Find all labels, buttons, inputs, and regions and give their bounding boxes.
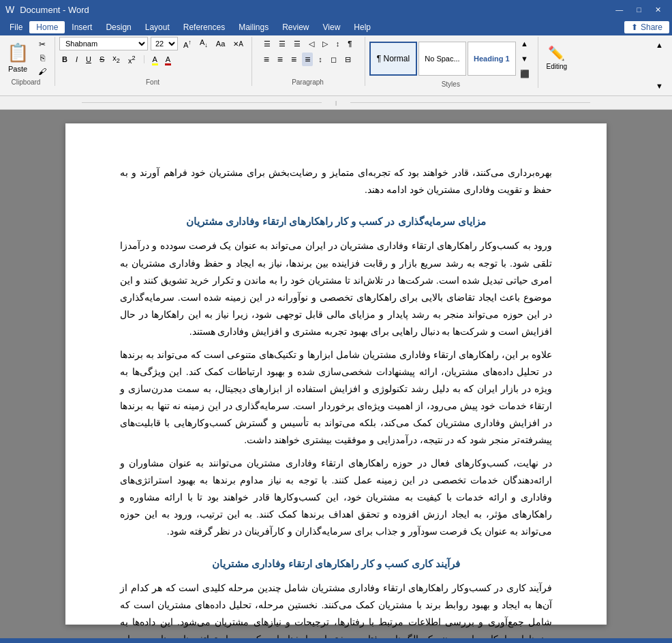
show-marks-button[interactable]: ¶ <box>345 37 354 50</box>
align-right-button[interactable]: ≡ <box>288 53 299 66</box>
share-icon: ⬆ <box>631 23 638 32</box>
format-painter-button[interactable]: 🖌 <box>35 65 49 78</box>
paragraph-label: Paragraph <box>292 78 324 86</box>
style-no-spacing-text: No Spac... <box>425 55 460 63</box>
styles-label: Styles <box>442 80 460 88</box>
paragraph-4: در نهایت، کسب‌وکارهای فعال در حوزه راهکا… <box>120 455 552 541</box>
bullets-button[interactable]: ☰ <box>261 37 273 50</box>
app-icon: W <box>5 4 14 15</box>
menu-insert[interactable]: Insert <box>65 21 99 33</box>
paragraph-group: ☰ ☰ ☰ ◁ ▷ ↕ ¶ ≡ ≡ ≡ ≡ ↕ ◻ ⊟ Pa <box>256 37 365 86</box>
menu-bar: File Home Insert Design Layout Reference… <box>0 19 672 35</box>
style-no-spacing[interactable]: No Spac... <box>418 42 466 76</box>
zoom-in-button[interactable]: + <box>639 641 645 644</box>
ruler: | <box>0 96 672 110</box>
increase-indent-button[interactable]: ▷ <box>320 37 331 50</box>
paragraph-1: بهره‌برداری می‌کنند، قادر خواهند بود که … <box>120 164 552 198</box>
cut-button[interactable]: ✂ <box>35 38 49 50</box>
share-button[interactable]: ⬆ Share <box>624 21 669 33</box>
style-normal-text: ¶ Normal <box>376 54 410 63</box>
change-case-button[interactable]: Aa <box>213 37 228 50</box>
paragraph-3: علاوه بر این، راهکارهای ارتقاء وفاداری م… <box>120 346 552 449</box>
clipboard-controls: 📋 Paste ✂ ⎘ 🖌 <box>3 37 49 78</box>
editing-group: ✏️ Editing <box>543 37 572 73</box>
font-label: Font <box>146 78 159 86</box>
minimize-button[interactable]: — <box>610 4 628 16</box>
italic-button[interactable]: I <box>73 53 80 66</box>
editing-button[interactable]: ✏️ Editing <box>547 45 568 70</box>
editing-label: Editing <box>547 63 568 70</box>
font-size-select[interactable]: 22 <box>151 37 178 50</box>
copy-button[interactable]: ⎘ <box>35 52 49 64</box>
font-group: Shabnam 22 A↑ A↓ Aa ✕A B I U S x2 x2 <box>59 37 252 86</box>
menu-design[interactable]: Design <box>99 21 138 33</box>
align-center-button[interactable]: ≡ <box>275 53 286 66</box>
numbering-button[interactable]: ☰ <box>276 37 288 50</box>
font-row-2: B I U S x2 x2 A A <box>59 53 246 66</box>
style-heading1[interactable]: Heading 1 <box>468 42 516 76</box>
share-label: Share <box>641 23 662 32</box>
decrease-indent-button[interactable]: ◁ <box>306 37 317 50</box>
close-button[interactable]: ✕ <box>650 4 667 16</box>
document-container[interactable]: بهره‌برداری می‌کنند، قادر خواهند بود که … <box>0 110 672 638</box>
menu-help[interactable]: Help <box>347 21 378 33</box>
menu-home[interactable]: Home <box>29 21 65 33</box>
style-heading1-text: Heading 1 <box>474 55 510 63</box>
text-highlight-button[interactable]: A <box>150 53 160 66</box>
clipboard-group: 📋 Paste ✂ ⎘ 🖌 Clipboard <box>3 37 55 86</box>
line-spacing-button[interactable]: ↕ <box>316 53 325 66</box>
styles-expand[interactable]: ⬛ <box>517 67 532 80</box>
align-left-button[interactable]: ≡ <box>261 53 272 66</box>
multilevel-list-button[interactable]: ☰ <box>291 37 303 50</box>
zoom-out-button[interactable]: − <box>574 641 579 644</box>
strikethrough-button[interactable]: S <box>97 53 107 66</box>
title-bar-controls: — □ ✕ <box>610 4 667 16</box>
maximize-button[interactable]: □ <box>631 4 647 16</box>
styles-gallery: ¶ Normal No Spac... Heading 1 <box>369 42 516 76</box>
clipboard-label: Clipboard <box>12 78 41 86</box>
para-row-2: ≡ ≡ ≡ ≡ ↕ ◻ ⊟ <box>261 53 355 66</box>
menu-mailings[interactable]: Mailings <box>232 21 275 33</box>
paste-label: Paste <box>8 65 27 73</box>
borders-button[interactable]: ⊟ <box>342 53 354 66</box>
ribbon-scroll-up[interactable]: ▲ <box>651 38 668 52</box>
zoom-controls: − + 110% <box>574 641 667 644</box>
title-bar-title: Document - Word <box>20 5 89 15</box>
superscript-button[interactable]: x2 <box>125 53 138 66</box>
shading-button[interactable]: ◻ <box>328 53 339 66</box>
font-grow-button[interactable]: A↑ <box>181 37 194 50</box>
paragraph-2: ورود به کسب‌وکار راهکارهای ارتقاء وفادار… <box>120 237 552 340</box>
menu-file[interactable]: File <box>3 21 29 33</box>
title-bar-left: W Document - Word <box>5 4 89 15</box>
clear-format-button[interactable]: ✕A <box>230 37 246 50</box>
ribbon-scroll-controls: ▲ ▼ <box>650 37 669 94</box>
para-row-1: ☰ ☰ ☰ ◁ ▷ ↕ ¶ <box>261 37 355 50</box>
paste-button[interactable]: 📋 Paste <box>3 40 33 76</box>
clipboard-secondary: ✂ ⎘ 🖌 <box>35 38 49 78</box>
heading-2: فرآیند کاری کسب و کار راهکارهای ارتقاء و… <box>120 554 552 573</box>
paste-icon: 📋 <box>7 42 29 63</box>
font-name-select[interactable]: Shabnam <box>59 37 148 50</box>
styles-scroll: ▲ ▼ ⬛ <box>517 37 532 80</box>
styles-scroll-down[interactable]: ▼ <box>517 52 532 65</box>
font-shrink-button[interactable]: A↓ <box>197 37 211 50</box>
cut-icon: ✂ <box>39 40 46 49</box>
ribbon-collapse[interactable]: ▼ <box>651 79 668 93</box>
heading-1: مزایای سرمایه‌گذاری در کسب و کار راهکاره… <box>120 212 552 230</box>
copy-icon: ⎘ <box>40 53 45 63</box>
justify-button[interactable]: ≡ <box>302 53 313 66</box>
bold-button[interactable]: B <box>59 53 70 66</box>
status-bar-right: Focus − + 110% <box>545 641 667 644</box>
underline-button[interactable]: U <box>83 53 94 66</box>
menu-view[interactable]: View <box>316 21 348 33</box>
paragraph-5: فرآیند کاری در کسب‌وکار راهکارهای ارتقاء… <box>120 580 552 638</box>
menu-references[interactable]: References <box>177 21 232 33</box>
format-painter-icon: 🖌 <box>38 67 46 76</box>
subscript-button[interactable]: x2 <box>110 53 123 66</box>
styles-scroll-up[interactable]: ▲ <box>517 37 532 50</box>
menu-review[interactable]: Review <box>275 21 316 33</box>
font-color-button[interactable]: A <box>163 53 173 66</box>
menu-layout[interactable]: Layout <box>138 21 177 33</box>
style-normal[interactable]: ¶ Normal <box>369 42 417 76</box>
sort-button[interactable]: ↕ <box>333 37 343 50</box>
